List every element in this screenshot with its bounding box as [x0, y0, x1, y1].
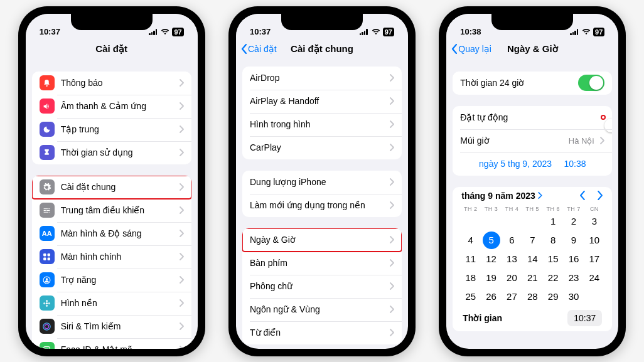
chevron-right-icon: [390, 74, 394, 82]
calendar-day[interactable]: 11: [460, 250, 481, 269]
row-label: Âm thanh & Cảm ứng: [61, 101, 173, 111]
grid-icon: [40, 249, 55, 264]
settings-row[interactable]: Bàn phím: [242, 252, 402, 275]
notch: [71, 14, 153, 30]
calendar-day[interactable]: 12: [481, 250, 502, 269]
calendar-day[interactable]: 19: [481, 269, 502, 287]
svg-point-11: [43, 322, 50, 329]
svg-point-8: [46, 304, 48, 306]
settings-row[interactable]: Trợ năng: [32, 269, 191, 292]
row-label: Thông báo: [61, 78, 173, 88]
settings-row[interactable]: Face ID & Mật mã: [32, 338, 191, 349]
row-timezone[interactable]: Múi giờ Hà Nội: [453, 129, 612, 152]
calendar-day[interactable]: 1: [543, 212, 564, 231]
calendar-day[interactable]: 10: [584, 231, 604, 250]
calendar-day[interactable]: 20: [502, 269, 522, 287]
phone-general-settings: 10:37 97 Cài đặt Cài đặt chung AirDrop A…: [228, 6, 416, 356]
settings-row[interactable]: Làm mới ứng dụng trong nền: [242, 194, 402, 217]
signal-icon: [149, 29, 158, 35]
time-chip[interactable]: 10:37: [567, 310, 602, 326]
row-auto: Đặt tự động: [453, 106, 612, 129]
calendar-day[interactable]: 21: [522, 269, 543, 287]
calendar-next-icon[interactable]: [598, 191, 603, 200]
calendar-weekdays: TH 2TH 3TH 4TH 5TH 6TH 7CN: [460, 206, 604, 212]
calendar-day[interactable]: 23: [564, 269, 584, 287]
settings-row[interactable]: AirPlay & Handoff: [242, 90, 402, 113]
settings-row[interactable]: Âm thanh & Cảm ứng: [32, 95, 191, 118]
calendar-day[interactable]: 28: [522, 287, 543, 306]
calendar-day[interactable]: 30: [564, 287, 584, 306]
settings-row[interactable]: AirDrop: [242, 67, 402, 90]
settings-row[interactable]: Màn hình chính: [32, 245, 191, 269]
settings-row[interactable]: Trung tâm điều khiển: [32, 199, 191, 222]
calendar-day[interactable]: 18: [460, 269, 481, 287]
settings-row[interactable]: Từ điển: [242, 321, 402, 344]
chevron-right-icon: [390, 236, 394, 243]
calendar-day[interactable]: 14: [522, 250, 543, 269]
settings-row[interactable]: Ngày & Giờ: [242, 228, 402, 252]
row-label: Ngôn ngữ & Vùng: [250, 304, 384, 314]
calendar-day[interactable]: 7: [522, 231, 543, 250]
chevron-right-icon: [390, 144, 394, 151]
settings-row[interactable]: Ngôn ngữ & Vùng: [242, 298, 402, 321]
calendar-day[interactable]: 17: [584, 250, 604, 269]
face-icon: [40, 342, 55, 349]
settings-body[interactable]: Thông báo Âm thanh & Cảm ứng Tập trung T…: [26, 60, 198, 349]
calendar-month-label[interactable]: tháng 9 năm 2023: [461, 191, 535, 201]
settings-row[interactable]: Thời gian sử dụng: [32, 141, 191, 164]
calendar-day[interactable]: 25: [460, 287, 481, 306]
calendar-day[interactable]: 27: [502, 287, 522, 306]
settings-row[interactable]: Hình trong hình: [242, 113, 402, 136]
calendar-prev-icon[interactable]: [579, 191, 585, 200]
chevron-right-icon: [180, 253, 184, 260]
svg-point-5: [46, 278, 48, 280]
svg-point-7: [46, 300, 48, 302]
calendar-day[interactable]: 15: [543, 250, 564, 269]
settings-row[interactable]: Cài đặt chung: [32, 176, 191, 199]
back-button[interactable]: Quay lại: [451, 38, 491, 60]
calendar-day[interactable]: 6: [502, 231, 522, 250]
row-24h: Thời gian 24 giờ: [453, 72, 612, 95]
settings-row[interactable]: Tập trung: [32, 118, 191, 141]
toggle-24h[interactable]: [578, 75, 604, 91]
calendar-time-row: Thời gian 10:37: [460, 306, 604, 327]
svg-rect-13: [44, 346, 50, 348]
settings-row[interactable]: Phông chữ: [242, 275, 402, 298]
calendar-day[interactable]: 5: [481, 231, 502, 250]
general-body[interactable]: AirDrop AirPlay & Handoff Hình trong hìn…: [236, 60, 408, 349]
svg-rect-2: [43, 257, 46, 260]
svg-rect-0: [43, 253, 46, 256]
screen: 10:37 97 Cài đặt Cài đặt chung AirDrop A…: [236, 14, 408, 349]
row-selected-date[interactable]: ngày 5 thg 9, 2023 10:38: [453, 152, 612, 176]
chevron-right-icon: [180, 183, 184, 191]
calendar-day[interactable]: 22: [543, 269, 564, 287]
chevron-right-icon: [390, 259, 394, 267]
calendar-day[interactable]: 24: [584, 269, 604, 287]
signal-icon: [570, 29, 579, 35]
settings-group-2: Cài đặt chung Trung tâm điều khiển AA Mà…: [32, 176, 191, 349]
calendar-day[interactable]: 29: [543, 287, 564, 306]
settings-row[interactable]: Hình nền: [32, 292, 191, 315]
time-label: Thời gian: [463, 313, 502, 323]
settings-row[interactable]: AA Màn hình & Độ sáng: [32, 222, 191, 245]
calendar-day[interactable]: 9: [564, 231, 584, 250]
settings-row[interactable]: Siri & Tìm kiếm: [32, 315, 191, 338]
navbar: Quay lại Ngày & Giờ: [446, 38, 618, 60]
chevron-right-icon: [390, 178, 394, 186]
calendar-day[interactable]: 26: [481, 287, 502, 306]
settings-row[interactable]: Thông báo: [32, 72, 191, 95]
settings-row[interactable]: CarPlay: [242, 136, 402, 159]
calendar-day[interactable]: 2: [564, 212, 584, 231]
calendar-day[interactable]: 4: [460, 231, 481, 250]
screen: 10:37 97 Cài đặt Thông báo Âm thanh & Cả…: [26, 14, 198, 349]
calendar-day[interactable]: 3: [584, 212, 604, 231]
datetime-body[interactable]: Thời gian 24 giờ Đặt tự động Múi giờ Hà …: [446, 60, 618, 349]
calendar-day[interactable]: 8: [543, 231, 564, 250]
group-storage: Dung lượng iPhone Làm mới ứng dụng trong…: [242, 171, 402, 217]
calendar-day[interactable]: 16: [564, 250, 584, 269]
battery-icon: 97: [593, 28, 604, 36]
phone-settings-root: 10:37 97 Cài đặt Thông báo Âm thanh & Cả…: [18, 6, 205, 356]
back-button[interactable]: Cài đặt: [241, 38, 277, 60]
settings-row[interactable]: Dung lượng iPhone: [242, 171, 402, 194]
calendar-day[interactable]: 13: [502, 250, 522, 269]
